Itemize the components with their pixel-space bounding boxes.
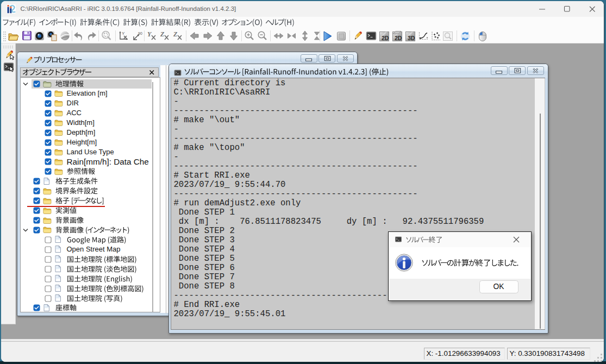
svg-text:3D: 3D [408,35,415,41]
svg-text:Y: Y [122,31,125,36]
svg-text:Z: Z [173,30,178,38]
svg-text:90: 90 [138,32,142,35]
svg-text:Z: Z [160,30,165,38]
svg-text:2D: 2D [395,35,402,41]
svg-text:Y: Y [147,30,152,38]
svg-text:2D: 2D [382,35,389,41]
